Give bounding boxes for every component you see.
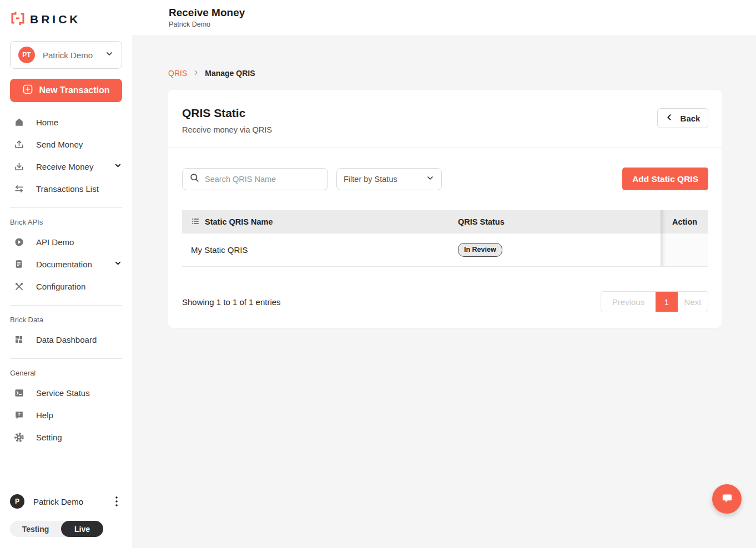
sidebar-item-setting[interactable]: Setting — [10, 426, 122, 448]
chevron-left-icon — [666, 113, 674, 123]
receive-money-icon — [13, 161, 24, 172]
back-label: Back — [681, 114, 700, 123]
entries-summary: Showing 1 to 1 of 1 entries — [182, 297, 281, 307]
send-money-icon — [13, 139, 24, 150]
sidebar-item-label: Configuration — [36, 282, 122, 291]
transactions-icon — [13, 183, 24, 194]
brick-logo-icon — [10, 11, 26, 28]
qris-table: Static QRIS Name QRIS Status Action My S… — [182, 210, 708, 267]
divider — [10, 207, 122, 208]
list-icon — [191, 217, 200, 227]
sidebar-item-api-demo[interactable]: API Demo — [10, 231, 122, 253]
sidebar-item-home[interactable]: Home — [10, 111, 122, 133]
sidebar-item-label: API Demo — [36, 237, 122, 247]
column-header-name: Static QRIS Name — [182, 210, 449, 234]
env-live-option[interactable]: Live — [61, 521, 103, 537]
pagination-next[interactable]: Next — [678, 292, 708, 312]
sidebar-item-send-money[interactable]: Send Money — [10, 133, 122, 155]
sidebar-item-receive-money[interactable]: Receive Money — [10, 155, 122, 177]
kebab-menu-icon[interactable] — [111, 495, 122, 508]
chevron-down-icon — [105, 49, 114, 60]
pagination-previous[interactable]: Previous — [601, 292, 656, 312]
add-static-qris-button[interactable]: Add Static QRIS — [622, 168, 708, 190]
sidebar-item-transactions-list[interactable]: Transactions List — [10, 177, 122, 200]
main-area: Receive Money Patrick Demo QRIS Manage Q… — [132, 0, 756, 548]
sidebar-item-configuration[interactable]: Configuration — [10, 275, 122, 297]
section-title-brick-apis: Brick APIs — [10, 218, 122, 226]
section-title-general: General — [10, 369, 122, 377]
card-header: QRIS Static Receive money via QRIS Back — [168, 90, 722, 148]
help-bubble-icon: ? — [13, 409, 24, 420]
env-testing-option[interactable]: Testing — [10, 525, 61, 534]
user-name: Patrick Demo — [33, 497, 102, 506]
chevron-right-icon — [193, 69, 199, 78]
sidebar-item-label: Help — [36, 410, 122, 420]
sidebar-item-service-status[interactable]: Service Status — [10, 382, 122, 404]
tools-icon — [13, 281, 24, 292]
document-icon — [13, 258, 24, 270]
account-selector[interactable]: PT Patrick Demo — [10, 41, 122, 69]
user-avatar: P — [10, 494, 24, 509]
sidebar-item-label: Setting — [36, 433, 122, 442]
column-header-status: QRIS Status — [449, 210, 661, 234]
table-footer: Showing 1 to 1 of 1 entries Previous 1 N… — [168, 267, 722, 312]
sidebar-user: P Patrick Demo — [10, 493, 122, 510]
top-header: Receive Money Patrick Demo — [132, 0, 756, 35]
cell-action — [661, 234, 708, 266]
search-icon — [189, 172, 200, 185]
search-box — [182, 168, 328, 190]
divider — [10, 358, 122, 359]
account-avatar: PT — [18, 47, 35, 63]
sidebar: BRICK PT Patrick Demo New Transaction Ho… — [0, 0, 132, 548]
new-transaction-button[interactable]: New Transaction — [10, 79, 122, 102]
back-button[interactable]: Back — [657, 108, 708, 128]
pagination-page-1[interactable]: 1 — [656, 292, 678, 312]
card-subtitle: Receive money via QRIS — [182, 125, 272, 134]
home-icon — [13, 116, 24, 128]
chevron-down-icon[interactable] — [114, 161, 122, 172]
plus-square-icon — [22, 84, 33, 97]
column-label: Action — [672, 217, 697, 226]
terminal-icon — [13, 387, 24, 398]
sidebar-item-label: Documentation — [36, 260, 102, 269]
account-name: Patrick Demo — [43, 50, 97, 60]
card-title: QRIS Static — [182, 106, 272, 120]
table-row[interactable]: My Static QRIS In Review — [182, 234, 708, 267]
status-filter-dropdown[interactable]: Filter by Status — [336, 168, 442, 190]
cell-qris-status: In Review — [449, 234, 661, 266]
sidebar-item-label: Home — [36, 118, 122, 127]
column-label: Static QRIS Name — [205, 217, 273, 226]
environment-toggle: Testing Live — [10, 521, 103, 537]
chevron-down-icon[interactable] — [114, 259, 122, 270]
breadcrumb-qris[interactable]: QRIS — [168, 69, 187, 78]
content-area: QRIS Manage QRIS QRIS Static Receive mon… — [132, 35, 756, 548]
status-filter-label: Filter by Status — [344, 175, 426, 184]
section-title-brick-data: Brick Data — [10, 316, 122, 324]
column-label: QRIS Status — [458, 217, 505, 226]
svg-text:?: ? — [17, 412, 20, 417]
dashboard-icon — [13, 334, 24, 345]
sidebar-item-help[interactable]: ? Help — [10, 404, 122, 426]
search-input[interactable] — [205, 175, 321, 184]
sidebar-item-label: Data Dashboard — [36, 335, 122, 344]
breadcrumb: QRIS Manage QRIS — [168, 69, 756, 78]
breadcrumb-manage-qris: Manage QRIS — [205, 69, 255, 78]
toolbar: Filter by Status Add Static QRIS — [168, 148, 722, 190]
brand-logo: BRICK — [10, 11, 122, 28]
chat-widget-button[interactable] — [712, 484, 742, 514]
sidebar-item-data-dashboard[interactable]: Data Dashboard — [10, 328, 122, 351]
play-circle-icon — [13, 236, 24, 247]
chat-bubble-icon — [720, 491, 734, 508]
chevron-down-icon — [426, 174, 435, 185]
cell-qris-name: My Static QRIS — [182, 234, 449, 266]
page-subtitle: Patrick Demo — [169, 21, 756, 28]
sidebar-item-documentation[interactable]: Documentation — [10, 253, 122, 275]
sidebar-item-label: Receive Money — [36, 162, 102, 171]
sidebar-nav: Home Send Money Receive Money Transactio… — [10, 111, 122, 200]
table-header-row: Static QRIS Name QRIS Status Action — [182, 210, 708, 234]
qris-static-card: QRIS Static Receive money via QRIS Back — [168, 90, 722, 328]
brand-name: BRICK — [30, 13, 81, 26]
new-transaction-label: New Transaction — [39, 85, 109, 95]
page-title: Receive Money — [169, 7, 756, 19]
sidebar-footer: P Patrick Demo Testing Live — [10, 493, 122, 537]
